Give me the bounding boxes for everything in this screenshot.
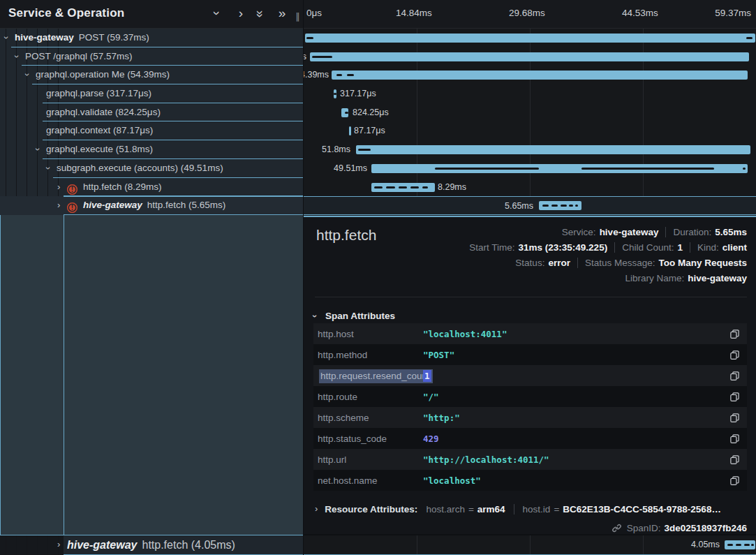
attribute-row[interactable]: http.method "POST" bbox=[313, 344, 747, 365]
span-bar[interactable] bbox=[371, 183, 435, 192]
copy-button[interactable] bbox=[729, 350, 740, 360]
expand-one-icon[interactable]: › bbox=[233, 6, 249, 21]
expand-all-icon[interactable]: » bbox=[274, 6, 289, 21]
timeline-bar-row-graphql-execute[interactable]: 51.8ms bbox=[304, 140, 756, 159]
span-label: graphql.parse (317.17μs) bbox=[46, 88, 151, 98]
attribute-key: http.request.resend_count bbox=[319, 369, 433, 383]
span-bar[interactable] bbox=[305, 34, 755, 43]
copy-icon bbox=[729, 434, 740, 444]
link-icon[interactable] bbox=[612, 523, 622, 533]
timeline-panel: 0μs 14.84ms 29.68ms 44.53ms 59.37ms 57.5… bbox=[303, 0, 756, 555]
copy-button[interactable] bbox=[729, 329, 740, 339]
attribute-key: http.method bbox=[318, 350, 423, 360]
tree-row-graphql-validate[interactable]: graphql.validate (824.25μs) bbox=[0, 103, 303, 122]
span-bar[interactable] bbox=[334, 89, 336, 98]
span-bar[interactable] bbox=[371, 164, 748, 173]
tree-row-graphql-execute[interactable]: › graphql.execute (51.8ms) bbox=[0, 140, 303, 159]
span-bar[interactable] bbox=[341, 108, 348, 117]
chevron-right-icon[interactable]: › bbox=[57, 535, 60, 554]
timeline-bar-row-graphql-validate[interactable]: 824.25μs bbox=[304, 103, 756, 122]
resource-value: BC62E13B-C4CC-5854-9788-2568… bbox=[563, 504, 721, 515]
grid-line bbox=[643, 535, 644, 555]
collapse-one-icon[interactable]: › bbox=[209, 6, 225, 21]
tick-3: 44.53ms bbox=[622, 8, 658, 18]
timeline-bar-row-post-graphql[interactable]: 57.57ms bbox=[304, 47, 756, 66]
timeline-bar-row-subgraph-execute[interactable]: 49.51ms bbox=[304, 159, 756, 178]
kind-value: client bbox=[722, 242, 747, 253]
chevron-down-icon[interactable]: › bbox=[5, 29, 8, 47]
span-bar[interactable] bbox=[539, 201, 581, 210]
attribute-row[interactable]: http.host "localhost:4011" bbox=[313, 323, 747, 344]
resource-attributes-title: Resource Attributes: bbox=[325, 504, 417, 515]
span-bar[interactable] bbox=[332, 71, 748, 80]
status-value: error bbox=[548, 258, 570, 268]
span-bar[interactable] bbox=[356, 145, 750, 154]
attribute-row-selected[interactable]: http.request.resend_count 1 bbox=[313, 365, 747, 386]
timeline-bar-row-http-fetch-8ms[interactable]: 8.29ms bbox=[304, 178, 756, 197]
copy-button[interactable] bbox=[729, 454, 740, 465]
tree-row-post-graphql[interactable]: › POST /graphql (57.57ms) bbox=[0, 47, 303, 66]
span-bar[interactable] bbox=[349, 126, 351, 135]
timeline-bar-row-graphql-parse[interactable]: 317.17μs bbox=[304, 84, 756, 103]
timeline-bar-row-post[interactable] bbox=[304, 29, 756, 47]
attribute-row[interactable]: net.host.name "localhost" bbox=[313, 470, 747, 491]
library-name-label: Library Name: bbox=[625, 273, 684, 283]
tree-row-http-fetch-8ms[interactable]: › !http.fetch (8.29ms) bbox=[0, 178, 303, 197]
attribute-value: "localhost:4011" bbox=[423, 329, 507, 339]
attribute-row[interactable]: http.url "http://localhost:4011/" bbox=[313, 449, 747, 470]
tree-row-graphql-parse[interactable]: graphql.parse (317.17μs) bbox=[0, 84, 303, 103]
tree-row-http-fetch-4ms[interactable]: › hive-gatewayhttp.fetch (4.05ms) bbox=[0, 535, 303, 555]
copy-icon bbox=[729, 413, 740, 423]
span-tree-rows: › hive-gatewayPOST (59.37ms) › POST /gra… bbox=[0, 29, 303, 215]
span-meta: Service:hive-gateway Duration:5.65ms Sta… bbox=[469, 224, 747, 286]
span-label: graphql.operation Me (54.39ms) bbox=[36, 69, 170, 80]
attribute-row[interactable]: http.route "/" bbox=[313, 386, 747, 407]
copy-button[interactable] bbox=[729, 434, 740, 444]
tree-row-graphql-context[interactable]: graphql.context (87.17μs) bbox=[0, 121, 303, 140]
status-label: Status: bbox=[515, 258, 544, 268]
copy-button[interactable] bbox=[729, 475, 740, 486]
attribute-value: "POST" bbox=[423, 350, 454, 360]
timeline-bar-row-http-fetch-5ms-selected[interactable]: 5.65ms bbox=[304, 196, 756, 215]
attribute-key: net.host.name bbox=[318, 475, 423, 486]
tree-row-http-fetch-5ms-selected[interactable]: › !hive-gatewayhttp.fetch (5.65ms) bbox=[0, 196, 303, 215]
span-detail-panel: http.fetch Service:hive-gateway Duration… bbox=[304, 216, 756, 534]
resource-key: host.id bbox=[523, 504, 551, 515]
selected-span-expansion-box bbox=[64, 215, 303, 535]
tree-row-graphql-operation[interactable]: › graphql.operation Me (54.39ms) bbox=[0, 66, 303, 84]
attribute-row[interactable]: http.status_code 429 bbox=[313, 428, 747, 449]
resource-attributes-row[interactable]: › Resource Attributes: host.arch = arm64… bbox=[315, 501, 750, 517]
attribute-row[interactable]: http.scheme "http:" bbox=[313, 407, 747, 428]
chevron-down-icon[interactable]: › bbox=[36, 140, 39, 158]
timeline-bar-row-graphql-operation[interactable]: 54.39ms bbox=[304, 66, 756, 84]
collapse-all-icon[interactable]: » bbox=[253, 6, 268, 21]
panel-resize-handle[interactable]: ∥ bbox=[295, 11, 301, 22]
tree-row-subgraph-execute[interactable]: › subgraph.execute (accounts) (49.51ms) bbox=[0, 159, 303, 178]
service-name: hive-gateway bbox=[67, 539, 137, 551]
start-time-value: 31ms (23:35:49.225) bbox=[519, 242, 608, 253]
tree-header-title: Service & Operation bbox=[8, 6, 124, 20]
chevron-down-icon[interactable]: › bbox=[47, 159, 50, 177]
span-label: http.fetch (8.29ms) bbox=[83, 182, 162, 192]
copy-button[interactable] bbox=[729, 413, 740, 423]
chevron-down-icon[interactable]: › bbox=[26, 66, 29, 84]
chevron-down-icon[interactable]: › bbox=[15, 47, 18, 66]
span-bar[interactable] bbox=[310, 52, 749, 61]
span-bar[interactable] bbox=[725, 540, 755, 549]
attribute-value: 429 bbox=[423, 434, 439, 444]
status-message-value: Too Many Requests bbox=[658, 258, 747, 268]
copy-button[interactable] bbox=[729, 392, 740, 402]
duration-label: 57.57ms bbox=[304, 47, 306, 66]
chevron-right-icon[interactable]: › bbox=[57, 178, 60, 196]
chevron-right-icon[interactable]: › bbox=[57, 196, 60, 214]
timeline-bottom-strip: 4.05ms bbox=[304, 535, 756, 555]
chevron-right-icon: › bbox=[315, 501, 318, 517]
copy-icon bbox=[729, 371, 740, 381]
tree-row-hive-gateway-post[interactable]: › hive-gatewayPOST (59.37ms) bbox=[0, 29, 303, 47]
library-name-value: hive-gateway bbox=[688, 273, 747, 283]
timeline-bar-row-graphql-context[interactable]: 87.17μs bbox=[304, 121, 756, 140]
copy-icon bbox=[729, 350, 740, 360]
duration-label: 87.17μs bbox=[354, 121, 385, 140]
status-message-label: Status Message: bbox=[585, 258, 655, 268]
copy-button[interactable] bbox=[729, 371, 740, 381]
